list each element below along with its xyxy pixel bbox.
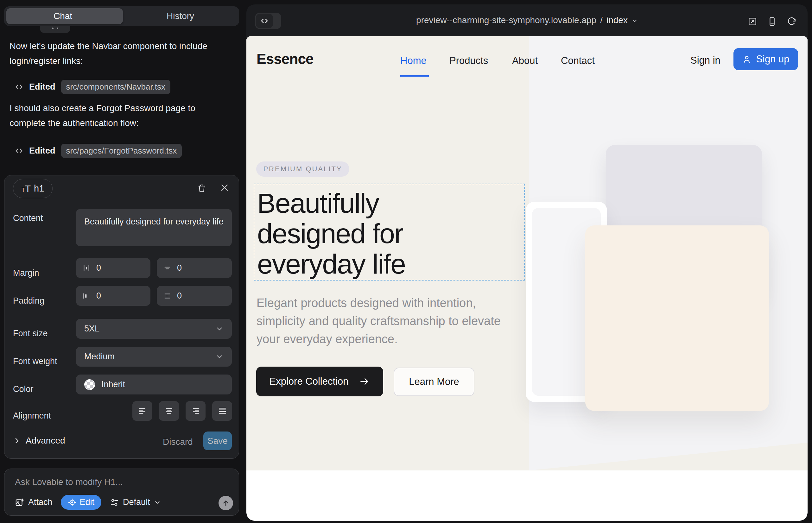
mobile-view-icon[interactable]	[767, 16, 777, 26]
color-swatch	[84, 379, 95, 390]
align-justify-button[interactable]	[212, 401, 232, 421]
close-inspector-icon[interactable]	[220, 183, 229, 193]
margin-horizontal-icon	[82, 264, 91, 272]
composer-input[interactable]: Ask Lovable to modify H1...	[15, 477, 123, 487]
url-bar[interactable]: preview--charming-site-symphony.lovable.…	[246, 15, 808, 25]
edited-label: Edited	[29, 82, 55, 92]
margin-vertical-icon	[163, 264, 171, 272]
tab-chat[interactable]: Chat	[4, 11, 122, 21]
composer-toolbar: Attach Edit Default	[15, 495, 161, 510]
edited-file-chip[interactable]: src/components/Navbar.tsx	[61, 80, 171, 94]
tag-name: h1	[34, 183, 44, 194]
margin-x-input[interactable]: 0	[76, 258, 151, 278]
decorative-card-peach	[585, 226, 769, 411]
nav-link-products[interactable]: Products	[449, 55, 488, 67]
align-center-button[interactable]	[159, 401, 179, 421]
chevron-right-icon	[13, 437, 21, 445]
padding-x-input[interactable]: 0	[76, 286, 151, 306]
chevron-down-icon	[215, 325, 224, 333]
edited-label: Edited	[29, 146, 55, 156]
margin-label: Margin	[13, 268, 39, 278]
premium-quality-badge: PREMIUM QUALITY	[256, 161, 349, 177]
nav-link-about[interactable]: About	[512, 55, 538, 67]
padding-y-input[interactable]: 0	[157, 286, 232, 306]
element-inspector-panel: тT h1 Content Beautifully designed for e…	[4, 175, 239, 459]
target-icon	[68, 498, 77, 507]
image-plus-icon	[15, 498, 24, 507]
scroll-chip[interactable]	[40, 26, 70, 33]
active-nav-underline	[400, 75, 429, 77]
discard-button[interactable]: Discard	[163, 437, 193, 447]
site-logo[interactable]: Essence	[257, 50, 314, 68]
attach-button[interactable]: Attach	[15, 497, 53, 507]
nav-link-contact[interactable]: Contact	[561, 55, 595, 67]
arrow-right-icon	[359, 376, 370, 387]
sign-up-button[interactable]: Sign up	[734, 48, 798, 70]
chevron-down-icon	[632, 18, 638, 24]
advanced-toggle[interactable]: Advanced	[13, 436, 65, 446]
padding-label: Padding	[13, 296, 44, 306]
selected-element-tag: тT h1	[13, 179, 53, 198]
edit-mode-button[interactable]: Edit	[61, 495, 102, 510]
edited-file-row: Edited src/components/Navbar.tsx	[15, 79, 170, 94]
page-name: index	[606, 15, 628, 25]
chevron-down-icon	[215, 353, 224, 361]
sliders-icon	[110, 498, 119, 507]
chat-message: Now let's update the Navbar component to…	[10, 39, 218, 68]
edited-file-chip[interactable]: src/pages/ForgotPassword.tsx	[61, 144, 182, 158]
color-label: Color	[13, 384, 34, 394]
save-button[interactable]: Save	[203, 432, 232, 450]
explore-collection-button[interactable]: Explore Collection	[256, 366, 383, 396]
site-canvas: Essence Home Products About Contact Sign…	[246, 36, 808, 521]
content-label: Content	[13, 213, 43, 223]
default-mode-selector[interactable]: Default	[110, 497, 161, 507]
browser-actions	[747, 16, 797, 26]
hero-heading: Beautifully designed for everyday life	[257, 188, 405, 279]
padding-vertical-icon	[163, 292, 171, 300]
nav-link-home[interactable]: Home	[400, 55, 427, 67]
sign-in-link[interactable]: Sign in	[690, 55, 721, 66]
user-icon	[742, 54, 752, 64]
align-right-button[interactable]	[186, 401, 206, 421]
type-icon: тT	[21, 183, 31, 194]
send-button[interactable]	[218, 496, 233, 510]
font-weight-label: Font weight	[13, 357, 57, 366]
code-icon	[15, 82, 23, 91]
url-separator: /	[600, 15, 603, 25]
font-size-label: Font size	[13, 329, 48, 339]
margin-y-input[interactable]: 0	[157, 258, 232, 278]
alignment-buttons	[133, 401, 232, 421]
learn-more-button[interactable]: Learn More	[394, 367, 474, 396]
open-external-icon[interactable]	[747, 16, 758, 26]
preview-window: preview--charming-site-symphony.lovable.…	[246, 4, 808, 521]
hero-paragraph: Elegant products designed with intention…	[257, 294, 513, 348]
chat-history-tabs: Chat History	[4, 6, 239, 26]
content-textarea[interactable]: Beautifully designed for everyday life	[76, 209, 232, 246]
refresh-icon[interactable]	[787, 16, 797, 26]
code-icon	[15, 146, 23, 155]
edited-file-row: Edited src/pages/ForgotPassword.tsx	[15, 143, 182, 158]
chevron-down-icon	[154, 499, 161, 506]
tab-history[interactable]: History	[122, 11, 239, 21]
font-weight-select[interactable]: Medium	[76, 347, 232, 366]
preview-url: preview--charming-site-symphony.lovable.…	[416, 15, 596, 25]
lovable-side-panel: Chat History Now let's update the Navbar…	[0, 0, 246, 523]
selected-h1-element[interactable]: Beautifully designed for everyday life	[254, 184, 525, 281]
color-picker[interactable]: Inherit	[76, 375, 232, 395]
font-size-select[interactable]: 5XL	[76, 319, 232, 339]
alignment-label: Alignment	[13, 411, 51, 421]
chat-composer: Ask Lovable to modify H1... Attach Edit …	[4, 469, 239, 516]
chat-message: I should also create a Forgot Password p…	[10, 101, 218, 130]
padding-horizontal-icon	[82, 292, 91, 300]
align-left-button[interactable]	[133, 401, 152, 421]
delete-element-icon[interactable]	[197, 183, 207, 193]
